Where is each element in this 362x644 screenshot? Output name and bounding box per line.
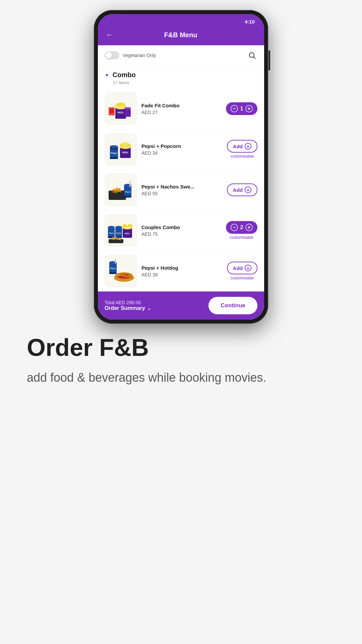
- decrement-couples-combo[interactable]: −: [231, 224, 238, 231]
- section-title: Combo: [113, 71, 136, 79]
- svg-text:Pepsi: Pepsi: [116, 232, 121, 234]
- svg-text:REEL: REEL: [118, 111, 124, 114]
- count-couples-combo: 2: [238, 224, 245, 230]
- header-title: F&B Menu: [164, 31, 197, 39]
- back-button[interactable]: ←: [106, 31, 113, 39]
- customisable-pepsi-popcorn: customisable: [230, 154, 254, 159]
- section-header: ▼ Combo: [98, 66, 264, 80]
- svg-rect-53: [115, 259, 116, 264]
- svg-point-0: [249, 53, 254, 57]
- add-button-pepsi-nachos[interactable]: Add +: [227, 183, 257, 196]
- customisable-couples-combo: customisable: [230, 235, 253, 240]
- search-button[interactable]: [247, 50, 257, 61]
- add-label-hotdog: Add: [233, 265, 243, 271]
- svg-rect-52: [109, 272, 117, 274]
- menu-item-pepsi-nachos: Pepsi Pepsi + Nachos Swe... AED 55: [102, 170, 260, 210]
- item-price-pepsi-hotdog: AED 39: [141, 272, 222, 277]
- side-button: [268, 50, 270, 70]
- count-fade-fit: 1: [238, 106, 245, 112]
- menu-item-couples-combo: Pepsi Pepsi REEL: [102, 210, 260, 251]
- item-image-pepsi-nachos: Pepsi: [105, 174, 137, 206]
- svg-point-25: [112, 191, 115, 193]
- item-action-pepsi-nachos: Add +: [227, 183, 257, 196]
- svg-text:Pepsi: Pepsi: [110, 267, 116, 269]
- add-label-nachos: Add: [233, 187, 243, 193]
- svg-text:Pepsi: Pepsi: [111, 152, 117, 155]
- add-button-pepsi-hotdog[interactable]: Add +: [227, 262, 257, 274]
- add-plus-icon: +: [245, 143, 251, 150]
- add-label: Add: [233, 144, 243, 149]
- item-image-couples-combo: Pepsi Pepsi REEL: [105, 214, 137, 247]
- item-info-couples-combo: Couples Combo AED 75: [141, 224, 221, 237]
- counter-couples-combo: − 2 +: [226, 221, 257, 234]
- section-subtitle: 17 Items: [98, 80, 264, 89]
- section-arrow: ▼: [105, 72, 109, 78]
- item-action-fade-fit: − 1 +: [226, 102, 257, 115]
- svg-point-38: [115, 226, 122, 228]
- menu-item-pepsi-hotdog: Pepsi: [102, 251, 260, 291]
- item-price-pepsi-nachos: AED 55: [141, 191, 222, 196]
- bottom-bar: Total AED 288.00 Order Summary ⌄ Continu…: [98, 291, 264, 320]
- svg-rect-8: [125, 109, 131, 117]
- svg-text:REEL: REEL: [125, 232, 130, 234]
- item-info-pepsi-hotdog: Pepsi + Hotdog AED 39: [141, 265, 222, 277]
- increment-couples-combo[interactable]: +: [245, 224, 253, 231]
- svg-point-12: [110, 145, 118, 148]
- food-image-fade-fit: REEL: [106, 94, 135, 123]
- item-info-fade-fit: Fade Fit Combo AED 27: [141, 103, 221, 115]
- veg-toggle-container: Vegetarian Only: [105, 51, 156, 59]
- add-plus-icon-nachos: +: [245, 186, 251, 193]
- item-action-couples-combo: − 2 + customisable: [226, 221, 257, 240]
- below-phone-description: add food & beverages while booking movie…: [27, 369, 335, 386]
- total-text: Total AED 288.00: [105, 300, 151, 305]
- item-price-pepsi-popcorn: AED 34: [141, 150, 222, 156]
- svg-point-20: [123, 142, 128, 146]
- svg-point-34: [108, 226, 115, 228]
- item-name-pepsi-nachos: Pepsi + Nachos Swe...: [141, 184, 222, 190]
- food-image-couples-combo: Pepsi Pepsi REEL: [106, 216, 135, 245]
- item-image-pepsi-hotdog: Pepsi: [105, 255, 137, 287]
- item-action-pepsi-hotdog: Add + customisable: [227, 262, 257, 280]
- item-name-fade-fit: Fade Fit Combo: [141, 103, 221, 108]
- item-info-pepsi-popcorn: Pepsi + Popcorn AED 34: [141, 143, 222, 156]
- item-name-pepsi-popcorn: Pepsi + Popcorn: [141, 143, 222, 149]
- svg-point-43: [122, 224, 127, 227]
- search-icon: [248, 51, 256, 59]
- toggle-label: Vegetarian Only: [123, 53, 156, 58]
- chevron-down-icon: ⌄: [147, 306, 151, 311]
- add-button-pepsi-popcorn[interactable]: Add +: [227, 140, 257, 153]
- svg-point-5: [116, 103, 125, 107]
- svg-text:REEL: REEL: [122, 151, 129, 154]
- add-plus-icon-hotdog: +: [245, 265, 251, 271]
- below-phone-title: Order F&B: [27, 334, 335, 361]
- svg-line-1: [254, 57, 256, 59]
- svg-point-26: [116, 192, 118, 194]
- status-bar: 4:10: [98, 14, 264, 27]
- svg-text:Pepsi: Pepsi: [125, 191, 130, 193]
- vegetarian-toggle[interactable]: [105, 51, 119, 59]
- svg-rect-7: [110, 109, 113, 113]
- order-summary-btn[interactable]: Order Summary ⌄: [105, 305, 151, 311]
- food-image-pepsi-popcorn: Pepsi REEL: [106, 135, 135, 164]
- decrement-fade-fit[interactable]: −: [231, 105, 238, 112]
- continue-button[interactable]: Continue: [208, 297, 257, 314]
- menu-item-fade-fit: REEL Fade: [102, 89, 260, 129]
- item-info-pepsi-nachos: Pepsi + Nachos Swe... AED 55: [141, 184, 222, 196]
- order-summary-label: Order Summary: [105, 305, 145, 311]
- item-image-fade-fit: REEL: [105, 93, 137, 125]
- item-price-fade-fit: AED 27: [141, 110, 221, 115]
- item-price-couples-combo: AED 75: [141, 231, 221, 237]
- total-section: Total AED 288.00 Order Summary ⌄: [105, 300, 151, 311]
- food-image-pepsi-nachos: Pepsi: [106, 175, 135, 205]
- phone-shell: 4:10 ← F&B Menu Vegetarian Only: [94, 10, 268, 324]
- filter-bar: Vegetarian Only: [98, 45, 264, 66]
- header: ← F&B Menu: [98, 27, 264, 45]
- increment-fade-fit[interactable]: +: [245, 105, 253, 112]
- menu-item-pepsi-popcorn: Pepsi REEL: [102, 129, 260, 170]
- item-name-pepsi-hotdog: Pepsi + Hotdog: [141, 265, 222, 271]
- svg-rect-31: [129, 180, 131, 187]
- svg-rect-29: [124, 196, 131, 198]
- item-action-pepsi-popcorn: Add + customisable: [227, 140, 257, 159]
- svg-text:Pepsi: Pepsi: [109, 232, 114, 234]
- svg-point-44: [128, 224, 132, 227]
